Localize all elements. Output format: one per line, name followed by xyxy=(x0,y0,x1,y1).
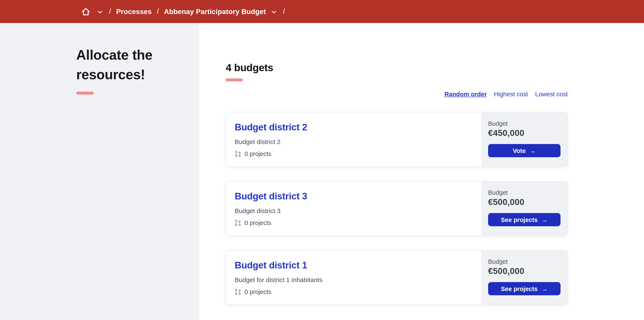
arrow-right-icon: → xyxy=(530,147,536,154)
budget-projects-count: 0 projects xyxy=(235,219,481,226)
budget-description: Budget for district 1 inhabitants xyxy=(235,276,481,283)
home-dropdown-toggle[interactable] xyxy=(96,6,104,17)
projects-count-label: 0 projects xyxy=(244,288,271,295)
breadcrumb-separator: / xyxy=(157,7,159,16)
budget-description: Budget district 3 xyxy=(235,207,481,214)
budget-card-body: Budget district 2 Budget district 2 xyxy=(226,113,481,167)
sort-random-order-link[interactable]: Random order xyxy=(444,91,486,98)
budget-card-body: Budget district 1 Budget for district 1 … xyxy=(226,250,481,305)
breadcrumb-separator: / xyxy=(283,7,285,16)
title-accent-bar xyxy=(76,92,94,95)
budget-amount: €500,000 xyxy=(488,197,560,207)
budgets-count-heading: 4 budgets xyxy=(226,62,568,74)
budget-title-link[interactable]: Budget district 2 xyxy=(235,122,307,133)
budget-card: Budget district 3 Budget district 3 xyxy=(226,181,568,236)
sort-lowest-cost-link[interactable]: Lowest cost xyxy=(535,91,568,98)
budget-card-aside: Budget €500,000 See projects → xyxy=(481,250,567,305)
budget-projects-count: 0 projects xyxy=(235,288,481,295)
budget-card: Budget district 2 Budget district 2 xyxy=(226,112,568,167)
see-projects-button[interactable]: See projects → xyxy=(488,282,560,295)
sort-highest-cost-link[interactable]: Highest cost xyxy=(494,91,528,98)
vote-button[interactable]: Vote → xyxy=(488,144,560,157)
projects-count-label: 0 projects xyxy=(244,150,271,157)
home-link[interactable] xyxy=(81,7,90,16)
top-navigation-bar: / Processes / Abbenay Participatory Budg… xyxy=(0,0,644,23)
breadcrumb-process-title-link[interactable]: Abbenay Participatory Budget xyxy=(164,8,266,16)
budget-label: Budget xyxy=(488,120,560,127)
breadcrumb-processes-link[interactable]: Processes xyxy=(116,8,152,16)
budget-projects-count: 0 projects xyxy=(235,150,481,157)
budget-description: Budget district 2 xyxy=(235,138,481,145)
budget-amount: €500,000 xyxy=(488,266,560,276)
chevron-down-icon xyxy=(272,8,276,15)
main-content: 4 budgets Random order Highest cost Lowe… xyxy=(199,23,644,320)
budget-card-list: Budget district 2 Budget district 2 xyxy=(226,112,568,305)
see-projects-button-label: See projects xyxy=(501,285,538,292)
budget-amount: €450,000 xyxy=(488,128,560,138)
home-icon xyxy=(81,7,90,16)
budget-label: Budget xyxy=(488,258,560,265)
see-projects-button-label: See projects xyxy=(501,216,538,223)
breadcrumb: / Processes / Abbenay Participatory Budg… xyxy=(81,6,290,17)
budget-card: Budget district 1 Budget for district 1 … xyxy=(226,250,568,305)
budget-card-aside: Budget €500,000 See projects → xyxy=(481,182,567,236)
process-dropdown-toggle[interactable] xyxy=(270,6,278,17)
arrow-right-icon: → xyxy=(541,285,548,292)
projects-count-label: 0 projects xyxy=(244,219,271,226)
heading-accent-bar xyxy=(226,78,243,81)
page-title: Allocate the resources! xyxy=(76,45,168,84)
budget-title-link[interactable]: Budget district 1 xyxy=(235,260,307,271)
breadcrumb-separator: / xyxy=(109,7,111,16)
page: / Processes / Abbenay Participatory Budg… xyxy=(0,0,644,320)
sidebar: Allocate the resources! xyxy=(0,23,199,320)
chevron-down-icon xyxy=(98,8,102,15)
sort-options: Random order Highest cost Lowest cost xyxy=(226,91,568,98)
projects-icon xyxy=(235,288,242,295)
projects-icon xyxy=(235,219,242,226)
projects-icon xyxy=(235,150,242,157)
arrow-right-icon: → xyxy=(541,216,548,223)
budget-label: Budget xyxy=(488,189,560,196)
budget-card-body: Budget district 3 Budget district 3 xyxy=(226,182,481,236)
vote-button-label: Vote xyxy=(513,147,526,154)
budget-card-aside: Budget €450,000 Vote → xyxy=(481,113,567,167)
budget-title-link[interactable]: Budget district 3 xyxy=(235,191,307,202)
see-projects-button[interactable]: See projects → xyxy=(488,213,560,226)
